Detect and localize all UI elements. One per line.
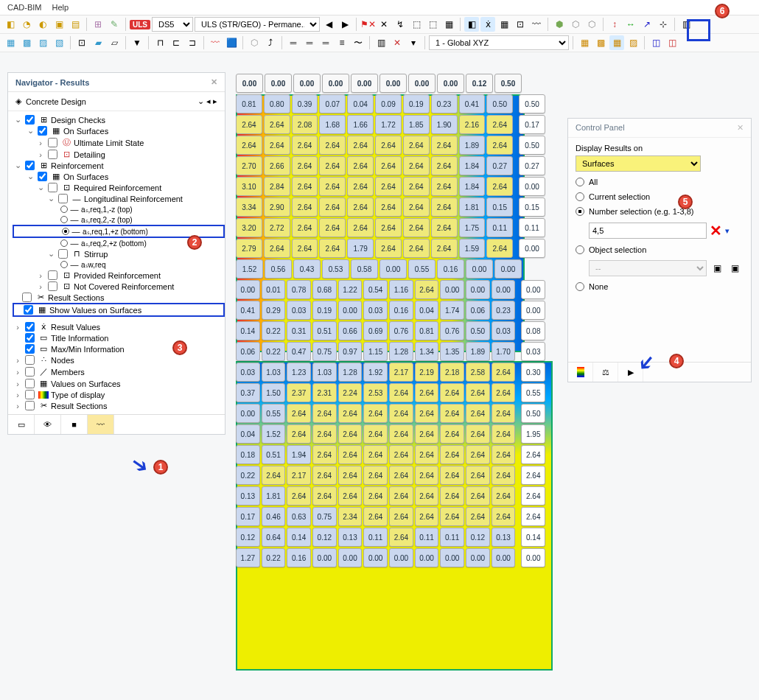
tree-item[interactable]: Result Values <box>51 323 100 332</box>
menu-help[interactable]: Help <box>52 3 69 12</box>
tool-icon[interactable]: ⬚ <box>425 17 440 32</box>
expander-icon[interactable]: › <box>14 379 21 388</box>
tool-icon[interactable]: ⊞ <box>91 17 105 32</box>
tree-item[interactable]: Values on Surfaces <box>51 379 121 388</box>
checkbox[interactable] <box>38 172 47 181</box>
tool-icon[interactable]: ↯ <box>393 17 408 32</box>
axis-icon[interactable]: ↕ <box>607 17 622 32</box>
tree-item[interactable]: Required Reinforcement <box>74 183 161 192</box>
tool-icon[interactable]: ═ <box>302 35 317 50</box>
expander-icon[interactable]: ⌄ <box>27 172 34 181</box>
coord-system-combo[interactable]: 1 - Global XYZ <box>429 35 569 50</box>
checkbox[interactable] <box>25 367 35 377</box>
expander-icon[interactable]: › <box>37 139 44 147</box>
tree-item[interactable]: Members <box>51 368 85 377</box>
tool-icon[interactable]: ◧ <box>3 17 18 32</box>
radio-current-row[interactable]: Current selection <box>576 192 744 201</box>
tool-icon[interactable]: ⊹ <box>656 17 671 32</box>
tool-icon[interactable]: ═ <box>318 35 333 50</box>
flag-icon[interactable]: ⚑✕ <box>360 17 375 32</box>
checkbox[interactable] <box>48 150 57 159</box>
expander-icon[interactable]: › <box>14 323 21 332</box>
tree-item[interactable]: aₛ,req,2,-z (top) <box>81 216 133 224</box>
radio-selected[interactable] <box>62 228 69 235</box>
radio[interactable] <box>576 245 584 254</box>
checkbox[interactable] <box>48 270 57 280</box>
tree-item-selected[interactable]: aₛ,req,1,+z (bottom) <box>83 228 148 236</box>
tree-item[interactable]: Type of display <box>51 391 105 399</box>
show-values-row[interactable]: ▦Show Values on Surfaces <box>13 303 225 317</box>
checkbox[interactable] <box>24 305 33 315</box>
tree-item[interactable]: Longitudinal Reinforcement <box>84 195 183 203</box>
tool-icon[interactable]: ◐ <box>35 17 50 32</box>
tool-icon[interactable]: 〰 <box>529 17 544 32</box>
nav-tab-camera[interactable]: ■ <box>61 415 88 434</box>
tool-icon[interactable]: ▦ <box>3 35 18 50</box>
display-results-combo[interactable]: Surfaces <box>576 155 701 172</box>
radio-number-row[interactable]: Number selection (e.g. 1-3,8) <box>576 207 744 216</box>
tool-icon[interactable]: ◫ <box>648 35 663 50</box>
radio[interactable] <box>576 178 584 186</box>
gradient-icon[interactable]: 🟦 <box>224 35 239 50</box>
radio[interactable] <box>576 282 584 291</box>
axis-z-icon[interactable]: ↗ <box>640 17 654 32</box>
tool-icon[interactable]: ✕ <box>390 35 405 50</box>
tree-item[interactable]: Not Covered Reinforcement <box>74 282 174 291</box>
tree-item[interactable]: Design Checks <box>51 116 105 125</box>
checkbox[interactable] <box>25 115 35 125</box>
object-selection-combo[interactable]: -- <box>589 260 707 276</box>
tool-icon[interactable]: ▰ <box>91 35 105 50</box>
expander-icon[interactable]: › <box>37 150 44 159</box>
expander-icon[interactable]: › <box>37 271 44 280</box>
tree-item[interactable]: Max/Min Information <box>51 345 125 354</box>
tool-icon[interactable]: ⊓ <box>153 35 167 50</box>
radio[interactable] <box>60 216 68 223</box>
tool-icon[interactable]: ▧ <box>52 35 66 50</box>
checkbox[interactable] <box>25 344 35 354</box>
radio-selected[interactable] <box>576 207 584 216</box>
expander-icon[interactable]: › <box>14 368 21 377</box>
dropdown-icon[interactable]: ▾ <box>725 226 730 236</box>
navigator-section-combo[interactable]: ◈Concrete Design ⌄ ◂ ▸ <box>8 92 225 111</box>
tree-item[interactable]: On Surfaces <box>63 127 108 136</box>
close-icon[interactable]: ✕ <box>211 77 217 87</box>
tree-item[interactable]: Result Sections <box>48 293 104 302</box>
checkbox[interactable] <box>48 138 57 147</box>
tree-item[interactable]: aₛw,req <box>81 261 105 269</box>
next-icon[interactable]: ▶ <box>337 17 352 32</box>
tree-item[interactable]: On Surfaces <box>63 172 108 181</box>
number-selection-input[interactable] <box>589 223 707 239</box>
nav-tab-project[interactable]: ▭ <box>8 415 35 434</box>
tool-icon[interactable]: ▱ <box>107 35 122 50</box>
pick-icon[interactable]: ▣ <box>710 261 724 276</box>
tool-icon[interactable]: ▩ <box>19 35 34 50</box>
tool-icon[interactable]: ◔ <box>19 17 34 32</box>
cube-icon[interactable]: ⬡ <box>584 17 599 32</box>
radio-none-row[interactable]: None <box>576 282 744 291</box>
tool-icon[interactable]: ⊏ <box>169 35 183 50</box>
tool-icon[interactable]: ═ <box>286 35 301 50</box>
checkbox[interactable] <box>22 293 32 302</box>
grid-icon[interactable]: ▨ <box>626 35 640 50</box>
radio-all-row[interactable]: All <box>576 178 744 186</box>
checkbox[interactable] <box>58 194 68 203</box>
checkbox[interactable] <box>48 183 57 192</box>
tree-item[interactable]: aₛ,req,2,+z (bottom) <box>81 239 147 248</box>
axis-icon[interactable]: ↔ <box>623 17 638 32</box>
tool-icon[interactable]: ▦ <box>497 17 511 32</box>
tool-icon[interactable]: ▤ <box>68 17 83 32</box>
tool-icon[interactable]: 〜 <box>351 35 365 50</box>
cube-icon[interactable]: ⬢ <box>552 17 567 32</box>
tree-item[interactable]: aₛ,req,1,-z (top) <box>81 206 133 214</box>
ctrl-tab-palette[interactable] <box>568 363 593 382</box>
tool-icon[interactable]: ◫ <box>665 35 679 50</box>
tool-icon[interactable]: ▣ <box>52 17 66 32</box>
filter-icon[interactable]: ▼ <box>130 35 144 50</box>
expander-icon[interactable]: ⌄ <box>47 249 55 259</box>
checkbox[interactable] <box>25 401 35 410</box>
ctrl-tab-scale[interactable]: ⚖ <box>593 363 618 382</box>
tool-icon[interactable]: ◧ <box>464 17 479 32</box>
tool-icon[interactable]: ▥ <box>679 17 693 32</box>
tree-item[interactable]: Stirrup <box>84 250 108 259</box>
tree-item[interactable]: Detailing <box>74 150 105 159</box>
